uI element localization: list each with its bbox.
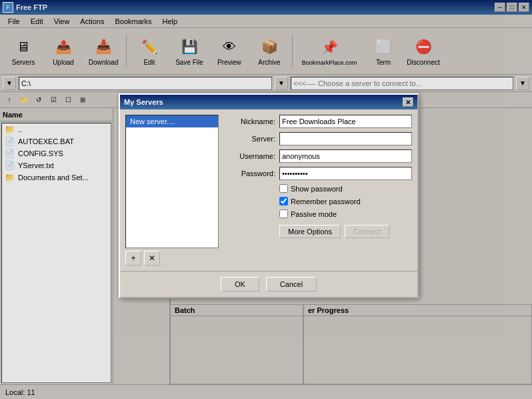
server-label: Server: (225, 135, 275, 143)
server-list-panel: New server.... + ✕ (125, 115, 219, 266)
server-input[interactable] (279, 132, 412, 145)
username-input[interactable] (279, 149, 412, 163)
server-form: Nickname: Server: Username: Password: (225, 115, 412, 266)
remember-password-label: Remember password (291, 197, 361, 206)
username-label: Username: (225, 152, 275, 160)
password-row: Password: (225, 167, 412, 180)
server-list-box[interactable]: New server.... (125, 115, 219, 248)
show-password-row: Show password (225, 184, 412, 193)
username-row: Username: (225, 149, 412, 163)
passive-mode-checkbox[interactable] (279, 210, 288, 218)
ok-button[interactable]: OK (221, 277, 259, 292)
nickname-row: Nickname: (225, 115, 412, 128)
passive-mode-row: Passive mode (225, 210, 412, 218)
nickname-input[interactable] (279, 115, 412, 128)
show-password-label: Show password (291, 185, 343, 193)
add-server-button[interactable]: + (125, 251, 141, 266)
modal-title-bar: My Servers ✕ (120, 95, 417, 109)
show-password-checkbox[interactable] (279, 184, 288, 193)
more-options-row: More Options Connect (225, 225, 412, 238)
remove-server-button[interactable]: ✕ (144, 251, 160, 266)
my-servers-dialog: My Servers ✕ New server.... + ✕ Nickname… (119, 93, 419, 298)
connect-button[interactable]: Connect (345, 225, 389, 238)
modal-close-button[interactable]: ✕ (403, 97, 413, 107)
modal-footer: OK Cancel (120, 271, 417, 297)
remember-password-checkbox[interactable] (279, 197, 288, 206)
remember-password-row: Remember password (225, 197, 412, 206)
more-options-button[interactable]: More Options (279, 225, 341, 238)
server-row: Server: (225, 132, 412, 145)
password-input[interactable] (279, 167, 412, 180)
server-list-buttons: + ✕ (125, 251, 219, 266)
passive-mode-label: Passive mode (291, 210, 337, 218)
modal-overlay: My Servers ✕ New server.... + ✕ Nickname… (0, 0, 532, 399)
password-label: Password: (225, 169, 275, 177)
server-list-item[interactable]: New server.... (126, 115, 218, 127)
modal-body: New server.... + ✕ Nickname: Server: (120, 109, 417, 271)
modal-title: My Servers (124, 98, 403, 106)
nickname-label: Nickname: (225, 117, 275, 125)
cancel-button[interactable]: Cancel (266, 277, 317, 292)
